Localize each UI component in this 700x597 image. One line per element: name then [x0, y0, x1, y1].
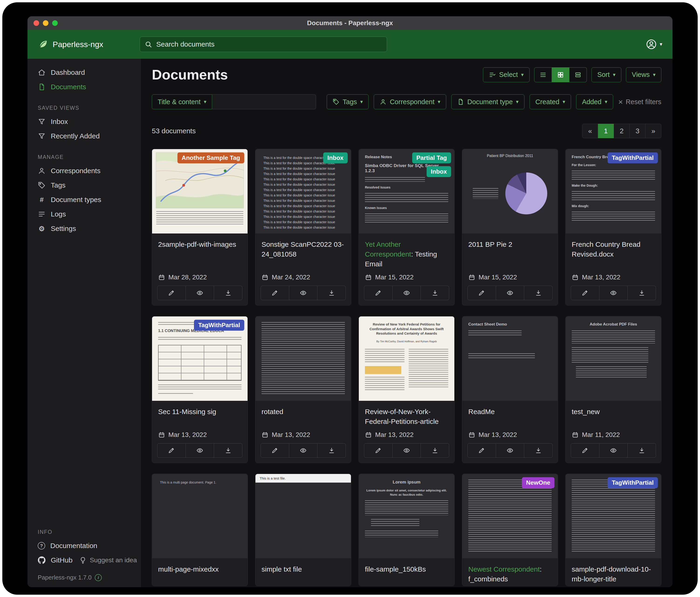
tag-badge[interactable]: TagWithPartial	[607, 477, 658, 488]
view-button[interactable]	[496, 286, 524, 300]
document-correspondent[interactable]: Newest Correspondent	[468, 565, 540, 573]
tag-badge[interactable]: TagWithPartial	[607, 152, 658, 163]
document-card[interactable]: 1.1 CONTINUING MEDICAL EDUCATagWithParti…	[152, 316, 248, 463]
document-card[interactable]: TagWithPartialsample-pdf-download-10-mb-…	[566, 474, 661, 586]
document-title[interactable]: Sec 11-Missing sig	[152, 401, 248, 428]
sidebar-item-dashboard[interactable]: Dashboard	[27, 65, 141, 80]
view-button[interactable]	[393, 443, 421, 458]
app-brand[interactable]: Paperless-ngx	[38, 39, 140, 50]
document-thumbnail[interactable]: TagWithPartial	[566, 474, 661, 558]
download-button[interactable]	[524, 286, 553, 300]
download-button[interactable]	[524, 443, 553, 458]
document-title[interactable]: test_new	[566, 401, 661, 428]
pagination-prev[interactable]: «	[582, 124, 598, 138]
document-thumbnail[interactable]	[255, 316, 351, 401]
document-thumbnail[interactable]: This is a test file.	[255, 474, 351, 558]
document-title[interactable]: French Country Bread Revised.docx	[566, 234, 661, 271]
document-thumbnail[interactable]: NewOne	[462, 474, 558, 558]
document-correspondent[interactable]: Yet Another Correspondent	[365, 240, 411, 258]
edit-button[interactable]	[467, 443, 496, 458]
document-thumbnail[interactable]: Contact Sheet Demo	[462, 316, 558, 401]
view-list-button[interactable]	[534, 67, 552, 82]
tags-filter-button[interactable]: Tags ▾	[327, 94, 369, 109]
document-card[interactable]: Release NotesSimba ODBC Driver for SQL S…	[359, 149, 454, 306]
document-thumbnail[interactable]: Release NotesSimba ODBC Driver for SQL S…	[359, 149, 454, 234]
minimize-window-button[interactable]	[43, 20, 48, 26]
document-title[interactable]: file-sample_150kBs	[359, 558, 454, 586]
download-button[interactable]	[214, 443, 243, 458]
document-title[interactable]: Sonstige ScanPC2022 03-24_081058	[255, 234, 351, 271]
view-button[interactable]	[599, 443, 628, 458]
document-title[interactable]: Review-of-New-York-Federal-Petitions-art…	[359, 401, 454, 428]
document-thumbnail[interactable]: Another Sample Tag	[152, 149, 248, 234]
sidebar-item-document-types[interactable]: # Document types	[27, 192, 141, 207]
filter-text-input[interactable]	[212, 94, 316, 109]
document-card[interactable]: Contact Sheet DemoReadMeMar 13, 2022	[462, 316, 558, 463]
document-thumbnail[interactable]: 1.1 CONTINUING MEDICAL EDUCATagWithParti…	[152, 316, 248, 401]
document-title[interactable]: Yet Another Correspondent: Testing Email	[359, 234, 454, 271]
document-card[interactable]: Adobe Acrobat PDF Filestest_newMar 11, 2…	[566, 316, 661, 463]
edit-button[interactable]	[157, 443, 186, 458]
sidebar-item-settings[interactable]: ⚙ Settings	[27, 221, 141, 236]
sidebar-item-logs[interactable]: Logs	[27, 207, 141, 221]
edit-button[interactable]	[571, 286, 599, 300]
edit-button[interactable]	[364, 443, 393, 458]
document-title[interactable]: Newest Correspondent: f_combineds	[462, 558, 558, 586]
document-thumbnail[interactable]: Patient BP Distribution 2011	[462, 149, 558, 234]
document-title[interactable]: 2sample-pdf-with-images	[152, 234, 248, 271]
document-title[interactable]: 2011 BP Pie 2	[462, 234, 558, 271]
edit-button[interactable]	[260, 443, 289, 458]
document-thumbnail[interactable]: This is a test for the double space char…	[255, 149, 351, 234]
view-details-button[interactable]	[569, 67, 587, 82]
reset-filters-button[interactable]: × Reset filters	[618, 98, 661, 106]
view-button[interactable]	[393, 286, 421, 300]
document-title[interactable]: ReadMe	[462, 401, 558, 428]
select-button[interactable]: Select ▾	[483, 67, 529, 82]
search-input[interactable]	[156, 40, 382, 48]
document-thumbnail[interactable]: This is a multi page document. Page 1.	[152, 474, 248, 558]
document-card[interactable]: This is a test file.simple txt file	[255, 474, 351, 586]
view-button[interactable]	[186, 443, 214, 458]
download-button[interactable]	[421, 443, 449, 458]
pagination-page-1[interactable]: 1	[598, 124, 614, 138]
view-button[interactable]	[289, 286, 318, 300]
document-thumbnail[interactable]: Adobe Acrobat PDF Files	[566, 316, 661, 401]
view-button[interactable]	[186, 286, 214, 300]
tag-badge[interactable]: TagWithPartial	[194, 320, 244, 331]
sidebar-item-recently-added[interactable]: Recently Added	[27, 129, 141, 143]
tag-badge[interactable]: Partial Tag	[412, 152, 451, 163]
view-button[interactable]	[496, 443, 524, 458]
sidebar-item-github[interactable]: GitHub	[27, 553, 72, 567]
tag-badge[interactable]: Inbox	[427, 166, 451, 177]
document-card[interactable]: Review of New York Federal Petitions for…	[359, 316, 454, 463]
document-title[interactable]: rotated	[255, 401, 351, 428]
sidebar-item-inbox[interactable]: Inbox	[27, 114, 141, 129]
sidebar-item-documents[interactable]: Documents	[27, 80, 141, 94]
document-title[interactable]: sample-pdf-download-10-mb-longer-title	[566, 558, 661, 586]
edit-button[interactable]	[467, 286, 496, 300]
view-grid-button[interactable]	[552, 67, 569, 82]
document-card[interactable]: Patient BP Distribution 20112011 BP Pie …	[462, 149, 558, 306]
download-button[interactable]	[628, 443, 656, 458]
correspondent-filter-button[interactable]: Correspondent ▾	[374, 94, 446, 109]
document-card[interactable]: rotatedMar 13, 2022	[255, 316, 351, 463]
document-thumbnail[interactable]: French Country BreadFor the Lesson:Make …	[566, 149, 661, 234]
download-button[interactable]	[317, 286, 346, 300]
tag-badge[interactable]: NewOne	[522, 477, 554, 488]
document-card[interactable]: French Country BreadFor the Lesson:Make …	[566, 149, 661, 306]
sidebar-item-documentation[interactable]: ? Documentation	[27, 539, 141, 553]
document-card[interactable]: This is a multi page document. Page 1.mu…	[152, 474, 248, 586]
document-title[interactable]: multi-page-mixedxx	[152, 558, 248, 586]
close-window-button[interactable]	[33, 20, 39, 26]
sidebar-item-suggest-idea[interactable]: Suggest an idea	[72, 553, 137, 567]
edit-button[interactable]	[157, 286, 186, 300]
document-card[interactable]: This is a test for the double space char…	[255, 149, 351, 306]
search-box[interactable]	[140, 37, 387, 52]
document-card[interactable]: NewOneNewest Correspondent: f_combineds	[462, 474, 558, 586]
document-card[interactable]: Lorem ipsumLorem ipsum dolor sit amet, c…	[359, 474, 454, 586]
document-thumbnail[interactable]: Review of New York Federal Petitions for…	[359, 316, 454, 401]
download-button[interactable]	[317, 443, 346, 458]
pagination-next[interactable]: »	[646, 124, 661, 138]
sort-button[interactable]: Sort ▾	[592, 67, 621, 82]
sidebar-item-tags[interactable]: Tags	[27, 178, 141, 192]
